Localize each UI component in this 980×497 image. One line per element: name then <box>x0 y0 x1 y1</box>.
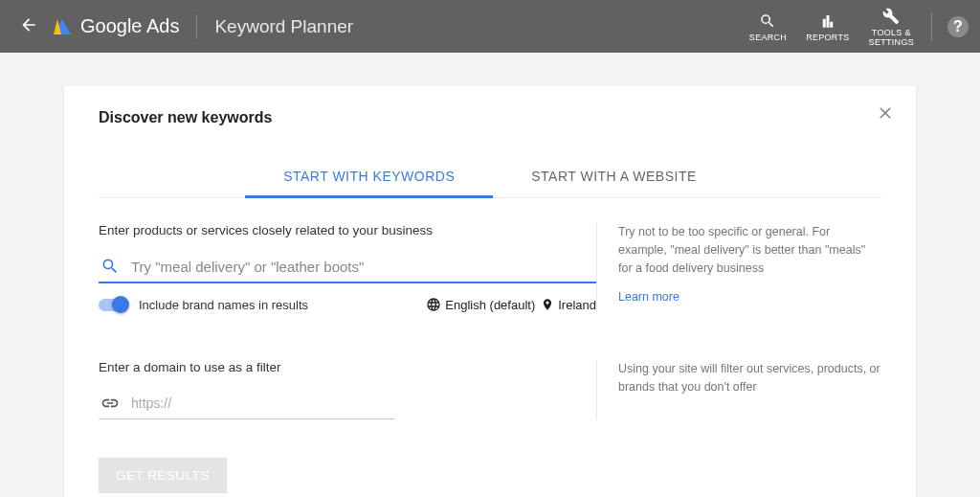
divider <box>931 12 932 41</box>
tab-bar: START WITH KEYWORDS START WITH A WEBSITE <box>99 157 881 198</box>
close-button[interactable] <box>876 103 895 126</box>
domain-input[interactable] <box>131 395 393 411</box>
help-button[interactable]: ? <box>947 16 969 37</box>
domain-field <box>99 388 395 419</box>
tip-text: Using your site will filter out services… <box>618 360 881 396</box>
search-icon <box>759 12 776 30</box>
domain-label: Enter a domain to use as a filter <box>99 360 596 374</box>
keywords-label: Enter products or services closely relat… <box>99 223 596 237</box>
discover-card: Discover new keywords START WITH KEYWORD… <box>64 86 916 497</box>
wrench-icon <box>882 8 900 25</box>
back-button[interactable] <box>11 8 46 46</box>
bar-chart-icon <box>819 12 836 30</box>
tip-text: Try not to be too specific or general. F… <box>618 223 881 277</box>
get-results-button[interactable]: GET RESULTS <box>99 458 227 493</box>
app-header: Google Ads Keyword Planner SEARCH REPORT… <box>0 0 980 53</box>
brand-toggle-label: Include brand names in results <box>139 298 308 312</box>
google-ads-logo-icon <box>54 19 71 34</box>
close-icon <box>876 103 895 123</box>
tab-website[interactable]: START WITH A WEBSITE <box>493 157 735 197</box>
language-selector[interactable]: English (default) <box>426 297 535 312</box>
location-pin-icon <box>541 298 554 311</box>
search-icon <box>100 257 120 276</box>
search-tool[interactable]: SEARCH <box>749 11 787 42</box>
arrow-left-icon <box>19 15 38 34</box>
page-title: Keyword Planner <box>214 16 353 37</box>
card-title: Discover new keywords <box>99 109 881 126</box>
link-icon <box>100 394 120 413</box>
reports-tool[interactable]: REPORTS <box>806 11 849 42</box>
brand-toggle[interactable] <box>99 299 127 311</box>
learn-more-link[interactable]: Learn more <box>618 288 679 306</box>
location-selector[interactable]: Ireland <box>541 298 596 312</box>
keywords-field <box>99 251 596 283</box>
keywords-input[interactable] <box>131 259 594 275</box>
tools-settings[interactable]: TOOLS & SETTINGS <box>869 7 914 47</box>
tab-keywords[interactable]: START WITH KEYWORDS <box>245 157 493 198</box>
help-icon: ? <box>953 18 963 35</box>
divider <box>196 14 197 39</box>
globe-icon <box>426 297 441 312</box>
brand-title: Google Ads <box>80 15 179 37</box>
